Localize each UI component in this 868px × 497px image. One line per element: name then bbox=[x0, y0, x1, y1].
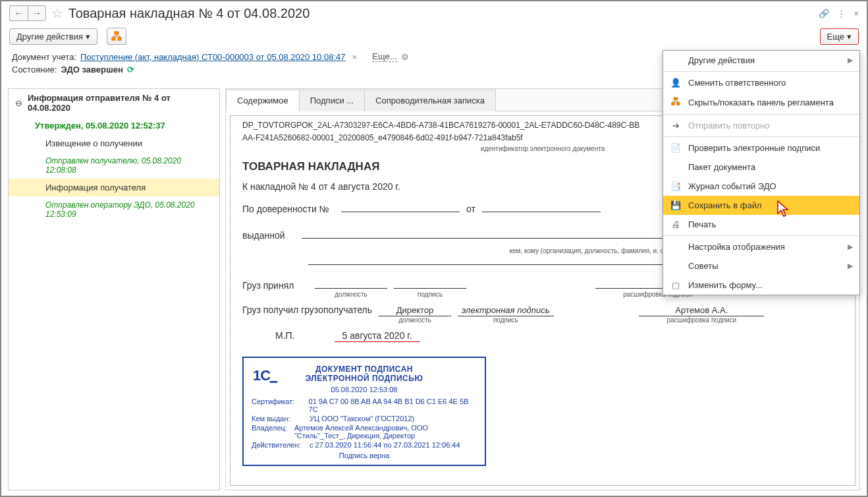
menu-save-to-file[interactable]: 💾Сохранить в файл bbox=[663, 196, 859, 215]
send-arrow-icon: ➔ bbox=[670, 121, 682, 131]
log-icon: 📑 bbox=[670, 181, 682, 191]
more-dropdown: Другие действия▶ 👤Сменить ответственного… bbox=[663, 50, 860, 295]
stamp-issued: УЦ ООО "Такском" (ГОСТ2012) bbox=[310, 415, 414, 423]
svg-rect-0 bbox=[115, 32, 119, 34]
stamp-footer: Подпись верна bbox=[252, 452, 477, 459]
stamp-cert: 01 9A C7 00 8B AB AA 94 4B B1 D6 C1 E6 4… bbox=[309, 397, 477, 413]
menu-event-log[interactable]: 📑Журнал событий ЭДО bbox=[663, 177, 859, 196]
svg-rect-7 bbox=[674, 98, 677, 100]
menu-display-settings[interactable]: Настройка отображения▶ bbox=[663, 237, 859, 256]
org-chart-icon bbox=[670, 97, 682, 108]
menu-toggle-panel[interactable]: Скрыть/показать панель регламента bbox=[663, 92, 859, 113]
sign-date: 5 августа 2020 г. bbox=[335, 330, 420, 342]
titlebar: ← → ☆ Товарная накладная № 4 от 04.08.20… bbox=[1, 1, 867, 25]
org-chart-icon bbox=[111, 31, 122, 42]
chevron-down-icon: ▾ bbox=[86, 32, 90, 42]
org-structure-button[interactable] bbox=[107, 28, 126, 45]
tree-notice[interactable]: Извещение о получении bbox=[9, 134, 219, 152]
clear-doc-link-icon[interactable]: × bbox=[349, 52, 360, 62]
svg-rect-9 bbox=[677, 103, 680, 105]
stamp-owner: Артемов Алексей Александрович, ООО "Стил… bbox=[294, 424, 477, 440]
stamp-date: 05.08.2020 12:53:08 bbox=[252, 386, 477, 394]
window-title: Товарная накладная № 4 от 04.08.2020 bbox=[68, 6, 813, 21]
stamp-header1: ДОКУМЕНТ ПОДПИСАН bbox=[252, 365, 477, 374]
menu-package[interactable]: Пакет документа bbox=[663, 158, 859, 177]
form-edit-icon: ▢ bbox=[670, 280, 682, 290]
svg-rect-2 bbox=[118, 38, 121, 40]
menu-other-actions[interactable]: Другие действия▶ bbox=[663, 51, 859, 70]
issued-field2 bbox=[308, 264, 677, 265]
tree-recipient-info[interactable]: Информация получателя bbox=[9, 179, 219, 196]
link-icon[interactable]: 🔗 bbox=[819, 9, 829, 18]
close-icon[interactable]: × bbox=[854, 9, 859, 18]
left-tree-pane: Информация отправителя № 4 от 04.08.2020… bbox=[8, 88, 220, 490]
kebab-menu-icon[interactable]: ⋮ bbox=[837, 9, 846, 18]
svg-rect-8 bbox=[672, 103, 674, 105]
menu-change-form[interactable]: ▢Изменить форму... bbox=[663, 276, 859, 295]
toolbar: Другие действия ▾ Еще ▾ bbox=[1, 25, 867, 50]
user-swap-icon: 👤 bbox=[670, 78, 682, 88]
other-actions-button[interactable]: Другие действия ▾ bbox=[9, 28, 97, 45]
accepted-position bbox=[315, 287, 387, 289]
menu-tips[interactable]: Советы▶ bbox=[663, 256, 859, 276]
verify-doc-icon: 📄 bbox=[670, 143, 682, 153]
menu-print[interactable]: 🖨Печать bbox=[663, 215, 859, 234]
app-window: ← → ☆ Товарная накладная № 4 от 04.08.20… bbox=[0, 0, 868, 497]
tab-note[interactable]: Сопроводительная записка bbox=[364, 90, 496, 111]
tree-sent-operator: Отправлен оператору ЭДО, 05.08.2020 12:5… bbox=[9, 196, 219, 223]
more-docs-link[interactable]: Еще... bbox=[372, 51, 396, 62]
stamp-header2: ЭЛЕКТРОННОЙ ПОДПИСЬЮ bbox=[252, 374, 477, 383]
chevron-down-icon: ▾ bbox=[847, 32, 852, 42]
received-signature: электронная подпись bbox=[458, 305, 554, 316]
nav-back-button[interactable]: ← bbox=[9, 5, 28, 21]
menu-verify-signatures[interactable]: 📄Проверить электронные подписи bbox=[663, 138, 859, 158]
save-floppy-icon: 💾 bbox=[670, 200, 682, 210]
tab-signatures[interactable]: Подписи ... bbox=[299, 90, 365, 111]
menu-change-responsible[interactable]: 👤Сменить ответственного bbox=[663, 73, 859, 92]
refresh-icon[interactable]: ⟳ bbox=[127, 65, 134, 74]
mp-label: М.П. bbox=[275, 330, 295, 341]
cargo-received-row: Груз получил грузополучатель Директордол… bbox=[242, 305, 843, 324]
svg-rect-1 bbox=[112, 38, 115, 40]
menu-resend: ➔Отправить повторно bbox=[663, 116, 859, 135]
print-icon: 🖨 bbox=[670, 219, 682, 229]
gear-icon[interactable]: ⚙ bbox=[401, 52, 409, 62]
signature-stamp: 1С▁ ДОКУМЕНТ ПОДПИСАН ЭЛЕКТРОННОЙ ПОДПИС… bbox=[242, 357, 486, 466]
tree-header[interactable]: Информация отправителя № 4 от 04.08.2020 bbox=[9, 89, 219, 117]
accepted-signature bbox=[394, 287, 466, 289]
nav-forward-button[interactable]: → bbox=[28, 5, 46, 21]
more-button[interactable]: Еще ▾ bbox=[820, 28, 859, 45]
tree-notice-sent: Отправлен получателю, 05.08.2020 12:08:0… bbox=[9, 152, 219, 179]
stamp-valid: с 27.03.2020 11:56:44 по 27.03.2021 12:0… bbox=[310, 441, 460, 449]
proxy-number-field bbox=[341, 211, 460, 212]
tab-content[interactable]: Содержимое bbox=[226, 90, 300, 111]
doc-account-link[interactable]: Поступление (акт, накладная) СТ00-000003… bbox=[80, 52, 345, 62]
mp-row: М.П. 5 августа 2020 г. bbox=[242, 330, 843, 342]
proxy-date-field bbox=[482, 211, 601, 212]
state-value: ЭДО завершен bbox=[61, 65, 122, 74]
received-position: Директор bbox=[379, 305, 451, 316]
received-decrypt: Артемов А.А. bbox=[639, 305, 764, 316]
tree-approved[interactable]: Утвержден, 05.08.2020 12:52:37 bbox=[9, 117, 219, 134]
stamp-logo-1c: 1С▁ bbox=[253, 367, 277, 384]
favorite-star-icon[interactable]: ☆ bbox=[51, 5, 63, 21]
